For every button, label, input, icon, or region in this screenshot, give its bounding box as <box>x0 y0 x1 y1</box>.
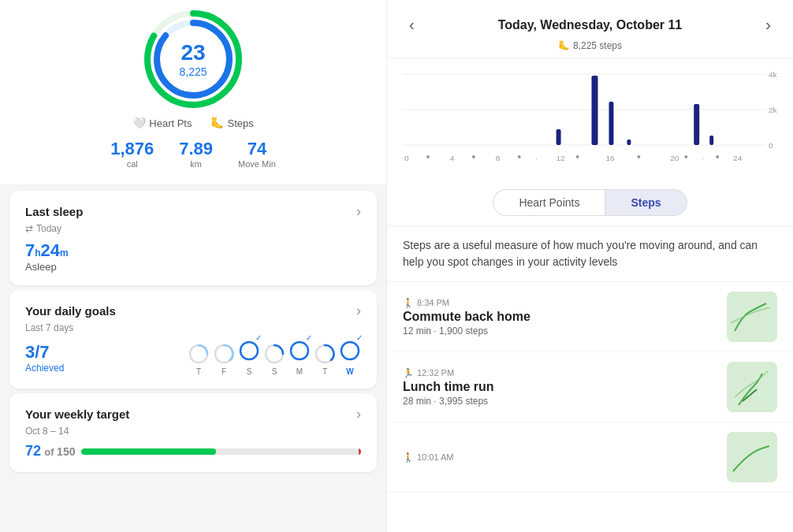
daily-goals-header: Your daily goals › <box>25 303 361 319</box>
day-circles: T F ✓ <box>188 340 361 376</box>
sleep-status: Asleep <box>25 261 361 273</box>
goals-achieved-label: Achieved <box>25 363 64 374</box>
ring-number: 23 <box>179 40 207 65</box>
svg-point-33 <box>472 155 475 158</box>
heart-pts-text: Heart Pts <box>149 117 192 129</box>
day-col-t2: T <box>314 343 336 376</box>
svg-text:4k: 4k <box>769 70 777 79</box>
prev-arrow-icon[interactable]: ‹ <box>403 13 421 37</box>
stat-km: 7.89 km <box>179 139 213 169</box>
stat-cal: 1,876 cal <box>110 139 154 169</box>
cal-label: cal <box>110 159 154 169</box>
daily-goals-subtitle: Last 7 days <box>25 322 361 333</box>
svg-point-8 <box>291 342 308 359</box>
right-header: ‹ Today, Wednesday, October 11 › 🦶 8,225… <box>387 0 793 58</box>
sleep-duration: 7h24m <box>25 240 361 261</box>
day-circle-s1 <box>238 340 260 362</box>
activity-commute-map <box>727 292 777 342</box>
day-circle-t2 <box>314 343 336 365</box>
day-circle-w <box>339 340 361 362</box>
day-label-t2: T <box>322 367 327 376</box>
weekly-target-title: Your weekly target <box>25 407 129 421</box>
sleep-hours: 7h24m <box>25 240 69 260</box>
activity-morning[interactable]: 🚶 10:01 AM <box>387 422 793 493</box>
day-circle-t1 <box>188 343 210 365</box>
sleep-card: Last sleep › ⇄ Today 7h24m Asleep <box>9 191 377 285</box>
svg-text:16: 16 <box>605 154 615 162</box>
sleep-title: Last sleep <box>25 205 83 218</box>
activity-run-time: 🏃 12:32 PM <box>403 368 717 378</box>
steps-description: Steps are a useful measure of how much y… <box>387 226 793 282</box>
day-circle-m <box>289 340 311 362</box>
activity-morning-info: 🚶 10:01 AM <box>403 452 717 463</box>
progress-row: 72 of 150 <box>25 443 361 459</box>
sleep-subtitle: ⇄ Today <box>25 223 361 234</box>
svg-rect-18 <box>591 76 598 145</box>
steps-text: Steps <box>227 117 253 129</box>
activity-morning-time: 🚶 10:01 AM <box>403 452 717 463</box>
daily-goals-period: Last 7 days <box>25 322 73 333</box>
day-col-w: ✓ W <box>339 340 361 376</box>
steps-chart: 4k 2k 0 0 4 8 · 12 16 20 <box>403 66 777 177</box>
progress-bar <box>81 448 361 455</box>
activity-commute-name: Commute back home <box>403 310 717 324</box>
walk-icon-morning: 🚶 <box>403 452 414 463</box>
walk-icon: 🦶 <box>210 117 224 129</box>
right-panel: ‹ Today, Wednesday, October 11 › 🦶 8,225… <box>386 0 793 532</box>
km-value: 7.89 <box>179 139 213 159</box>
day-col-s1: ✓ S <box>238 340 260 376</box>
svg-point-32 <box>426 155 430 158</box>
goals-achieved-section: 3/7 Achieved <box>25 342 64 374</box>
heart-points-tab[interactable]: Heart Points <box>493 189 605 216</box>
svg-text:24: 24 <box>733 154 743 162</box>
weekly-target-header: Your weekly target › <box>25 406 361 422</box>
stats-row: 1,876 cal 7.89 km 74 Move Min <box>110 139 276 169</box>
steps-tab[interactable]: Steps <box>605 189 687 216</box>
svg-text:8: 8 <box>496 154 501 162</box>
daily-goals-arrow-icon[interactable]: › <box>356 303 361 319</box>
header-steps: 8,225 steps <box>573 40 622 51</box>
activity-run[interactable]: 🏃 12:32 PM Lunch time run 28 min · 3,995… <box>387 352 793 422</box>
svg-rect-22 <box>709 136 713 145</box>
svg-rect-41 <box>727 432 777 482</box>
activity-commute-info: 🚶 8:34 PM Commute back home 12 min · 1,9… <box>403 298 717 337</box>
progress-marker <box>359 448 361 455</box>
next-arrow-icon[interactable]: › <box>759 13 777 37</box>
activity-run-name: Lunch time run <box>403 380 717 394</box>
chart-container: 4k 2k 0 0 4 8 · 12 16 20 <box>387 58 793 180</box>
sleep-card-header: Last sleep › <box>25 203 361 220</box>
activity-morning-map <box>727 432 777 482</box>
day-label-m: M <box>296 367 303 376</box>
activity-run-details: 28 min · 3,995 steps <box>403 396 717 407</box>
svg-text:0: 0 <box>769 141 773 150</box>
goals-row: 3/7 Achieved T F <box>25 340 361 376</box>
svg-rect-19 <box>609 102 613 145</box>
day-col-m: ✓ M <box>289 340 311 376</box>
weekly-target-subtitle: Oct 8 – 14 <box>25 426 361 437</box>
metric-labels: 🤍 Heart Pts 🦶 Steps <box>132 117 253 129</box>
weekly-target-arrow-icon[interactable]: › <box>356 406 361 422</box>
ring-section: 23 8,225 🤍 Heart Pts 🦶 Steps 1,876 cal 7… <box>0 0 386 184</box>
ring-steps: 8,225 <box>179 65 207 78</box>
activity-commute[interactable]: 🚶 8:34 PM Commute back home 12 min · 1,9… <box>387 282 793 352</box>
daily-goals-card: Your daily goals › Last 7 days 3/7 Achie… <box>9 290 377 389</box>
footsteps-icon: 🦶 <box>558 40 570 51</box>
activity-ring: 23 8,225 <box>142 8 244 110</box>
sleep-day: Today <box>36 223 61 234</box>
day-label-t1: T <box>196 367 201 376</box>
day-label-s2: S <box>272 367 277 376</box>
svg-point-38 <box>716 155 719 158</box>
svg-text:4: 4 <box>450 154 455 162</box>
svg-point-35 <box>576 155 579 158</box>
walk-icon-small: 🚶 <box>403 298 414 308</box>
check-m: ✓ <box>306 333 312 342</box>
progress-of: of <box>44 446 57 458</box>
steps-label: 🦶 Steps <box>210 117 253 129</box>
weekly-target-period: Oct 8 – 14 <box>25 426 69 437</box>
sleep-arrow-icon[interactable]: › <box>356 203 361 220</box>
day-col-t1: T <box>188 343 210 376</box>
toggle-row: Heart Points Steps <box>387 180 793 226</box>
svg-rect-39 <box>727 292 777 342</box>
check-w: ✓ <box>356 333 363 342</box>
move-value: 74 <box>238 139 276 159</box>
